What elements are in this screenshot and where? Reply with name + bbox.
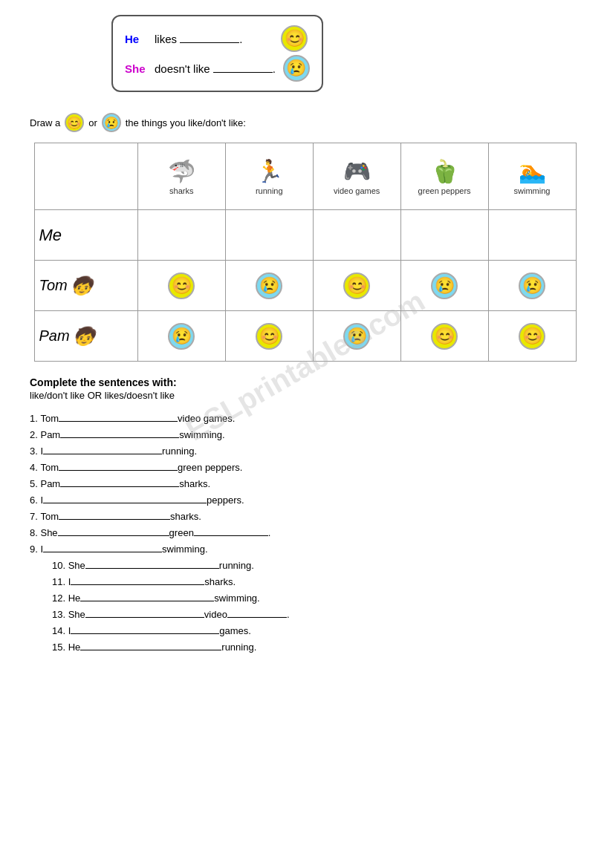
pam-figure-icon: 🧒 (73, 326, 95, 347)
s2-subject: Pam (40, 429, 60, 440)
table-header-row: 🦈 sharks 🏃 running 🎮 video games (34, 143, 576, 210)
s5-blank[interactable] (60, 477, 179, 487)
videogame-icon: 🎮 (343, 158, 371, 184)
s11-blank[interactable] (71, 575, 204, 585)
tom-videogames-cell: 😊 (313, 261, 400, 311)
sentence-6: 6. I peppers. (30, 493, 588, 506)
sentence-13: 13. She video . (30, 607, 588, 620)
pam-videogames-smiley: 😢 (343, 323, 370, 350)
s12-subject: He (68, 593, 81, 604)
s3-blank[interactable] (43, 444, 162, 454)
s11-num: 11. (52, 576, 68, 587)
me-label: Me (34, 210, 137, 261)
tom-sharks-cell: 😊 (137, 261, 225, 311)
me-running-cell[interactable] (225, 210, 313, 261)
s9-after: swimming. (162, 544, 207, 555)
s6-blank1[interactable] (43, 493, 162, 503)
s6-after: peppers. (207, 495, 244, 506)
me-sharks-cell[interactable] (137, 210, 225, 261)
me-swimming-cell[interactable] (488, 210, 576, 261)
draw-smiley-sad: 😢 (102, 113, 121, 132)
s4-num: 4. (30, 462, 40, 473)
pam-sharks-cell: 😢 (137, 311, 225, 362)
s9-blank[interactable] (43, 542, 162, 552)
s12-after: swimming. (214, 593, 259, 604)
s13-mid: video (204, 609, 227, 620)
pam-name: Pam (39, 327, 70, 345)
he-label: He (125, 33, 147, 45)
s14-after: games. (219, 625, 251, 636)
s8-after: . (268, 527, 271, 538)
table-row-pam: Pam 🧒 😢 😊 😢 😊 😊 (34, 311, 576, 362)
pam-videogames-cell: 😢 (313, 311, 400, 362)
pam-greenpeppers-cell: 😊 (400, 311, 488, 362)
s5-after: sharks. (179, 478, 210, 489)
me-greenpeppers-cell[interactable] (400, 210, 488, 261)
s10-blank[interactable] (85, 558, 219, 569)
s4-blank[interactable] (59, 460, 178, 471)
sentence-5: 5. Pam sharks. (30, 477, 588, 489)
sentence-7: 7. Tom sharks. (30, 509, 588, 522)
s13-blank2[interactable] (227, 607, 287, 618)
pam-greenpeppers-smiley: 😊 (431, 323, 458, 350)
smiley-sad-ref: 😢 (283, 55, 310, 82)
s6-blank2[interactable] (162, 493, 207, 503)
draw-instruction: Draw a 😊 or 😢 the things you like/don't … (22, 113, 588, 132)
s10-num: 10. (52, 560, 68, 571)
draw-smiley-happy: 😊 (65, 113, 84, 132)
sentence-14: 14. I games. (30, 624, 588, 636)
s4-after: green peppers. (178, 462, 242, 473)
tom-name: Tom (39, 277, 68, 294)
s13-blank1[interactable] (85, 607, 204, 618)
s2-blank[interactable] (60, 428, 179, 438)
s15-num: 15. (52, 642, 68, 653)
s5-subject: Pam (40, 478, 60, 489)
tom-greenpeppers-smiley: 😢 (431, 273, 458, 299)
s6-num: 6. (30, 495, 40, 506)
header-empty-cell (34, 143, 137, 210)
s13-subject: She (68, 609, 85, 620)
complete-section: Complete the sentences with: like/don't … (22, 376, 588, 653)
tom-figure-icon: 🧒 (71, 275, 93, 296)
s8-blank2[interactable] (194, 526, 268, 536)
swimming-icon: 🏊 (519, 158, 546, 184)
ref-row1-text: likes . (155, 33, 273, 45)
header-sharks: 🦈 sharks (137, 143, 225, 210)
tom-running-smiley: 😢 (256, 273, 282, 299)
s2-after: swimming. (179, 429, 224, 440)
s14-blank2[interactable] (175, 624, 219, 634)
sentence-3: 3. I running. (30, 444, 588, 457)
s4-subject: Tom (40, 462, 59, 473)
she-label: She (125, 62, 147, 75)
s3-after: running. (162, 446, 197, 457)
s1-blank[interactable] (59, 411, 178, 422)
header-greenpeppers: 🫑 green peppers (400, 143, 488, 210)
pam-label-cell: Pam 🧒 (34, 311, 137, 362)
s2-num: 2. (30, 429, 40, 440)
sentence-9: 9. I swimming. (30, 542, 588, 555)
activity-table: 🦈 sharks 🏃 running 🎮 video games (34, 143, 577, 362)
header-running: 🏃 running (225, 143, 313, 210)
s15-after: running. (221, 642, 256, 653)
shark-icon: 🦈 (168, 158, 195, 184)
s12-blank[interactable] (80, 591, 214, 601)
s8-subject: She (40, 527, 57, 538)
s1-num: 1. (30, 413, 40, 424)
tom-swimming-cell: 😢 (488, 261, 576, 311)
s14-blank1[interactable] (71, 624, 175, 634)
sentence-4: 4. Tom green peppers. (30, 460, 588, 473)
me-videogames-cell[interactable] (313, 210, 400, 261)
ref-row2-text: doesn't like . (155, 62, 276, 75)
complete-title: Complete the sentences with: (30, 376, 588, 388)
tom-greenpeppers-cell: 😢 (400, 261, 488, 311)
s12-num: 12. (52, 593, 68, 604)
sentence-11: 11. I sharks. (30, 575, 588, 587)
s15-blank[interactable] (80, 640, 221, 650)
s10-after: running. (219, 560, 254, 571)
s13-after: . (287, 609, 290, 620)
sentence-12: 12. He swimming. (30, 591, 588, 604)
s7-blank[interactable] (59, 509, 170, 520)
s8-blank1[interactable] (58, 526, 169, 536)
s3-num: 3. (30, 446, 40, 457)
s11-after: sharks. (204, 576, 236, 587)
